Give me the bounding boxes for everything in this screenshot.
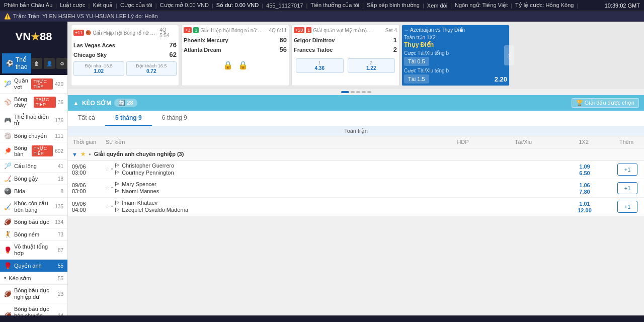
- sidebar-count-khuc-con-cau: 135: [55, 204, 63, 209]
- sidebar-count-bong-ban: 602: [55, 148, 63, 154]
- tab-tatca[interactable]: Tất cả: [68, 111, 105, 126]
- nav-item-xemdoi[interactable]: Xem đôi: [427, 3, 447, 9]
- match-star-1[interactable]: ☆: [105, 185, 110, 191]
- flag-icon-2-2: 🏳: [114, 207, 120, 213]
- sidebar-item-quyen-anh[interactable]: 🥊Quyền anh55: [0, 260, 67, 272]
- live-strip: +11 🏀 Giải Hiệp hội Bóng rổ nữ Quốc gia …: [68, 22, 644, 89]
- sidebar-item-bong-chuyen[interactable]: 🏐Bóng chuyền111: [0, 130, 67, 142]
- tab-6thang9[interactable]: 6 tháng 9: [152, 111, 197, 126]
- nav-dot-4[interactable]: [362, 91, 366, 93]
- x12-cell-0[interactable]: 1.09 6.50: [554, 164, 615, 176]
- sidebar-item-label-quan-vot: Quần vợt: [14, 77, 31, 91]
- sidebar-item-quan-vot[interactable]: 🎾Quần vợtTRỰC TIẾP420: [0, 75, 67, 94]
- league-name-3: Giải quần vợt Mỹ mở rộng, đơn nam: [313, 28, 373, 33]
- team1-score-2: 60: [280, 36, 287, 44]
- nav-dot-1[interactable]: [341, 91, 349, 93]
- sidebar-badge-quan-vot: TRỰC TIẾP: [31, 78, 53, 90]
- az-tai-btn[interactable]: Tài 0.5: [404, 57, 429, 66]
- tab-5thang9[interactable]: 5 tháng 9: [105, 111, 152, 126]
- match-star-0[interactable]: ☆: [105, 166, 110, 173]
- them-button-1[interactable]: +1: [617, 182, 637, 194]
- nav-time: 10:39:02 GMT: [605, 3, 640, 9]
- tabs-bar: Tất cả 5 tháng 9 6 tháng 9: [68, 111, 644, 126]
- them-cell-2: +1: [615, 201, 640, 213]
- home-odd-1[interactable]: Đội nhà -16.5 1.02: [73, 61, 124, 76]
- nav-dot-3[interactable]: [356, 91, 360, 93]
- team1-name-3: Grigor Dimitrov: [294, 37, 335, 43]
- sidebar-item-bong-ban[interactable]: 🏓Bóng bànTRỰC TIẾP602: [0, 142, 67, 160]
- sidebar-item-bida[interactable]: 🎱Bida8: [0, 185, 67, 198]
- user-icon-btn[interactable]: 👤: [44, 58, 55, 69]
- period-3: Set 4: [385, 28, 397, 33]
- live-match-card-2: +3 1 Giải Hiệp hội Bóng rổ nữ Quốc gia M…: [181, 25, 289, 86]
- nav-dot-5[interactable]: [367, 91, 371, 93]
- x12-cell-1[interactable]: 1.06 7.80: [554, 182, 615, 195]
- keo-refresh[interactable]: 🔄 28: [114, 99, 137, 107]
- keo-collapse-icon[interactable]: ▲: [73, 100, 79, 107]
- league-star-icon[interactable]: ★: [80, 151, 86, 157]
- sidebar-item-icon-khuc-con-cau: 🏑: [4, 203, 12, 210]
- sidebar-item-bong-nem[interactable]: 🤾Bóng ném73: [0, 228, 67, 241]
- sidebar-count-keo-som: 55: [58, 276, 63, 281]
- sidebar-item-bong-chay[interactable]: ⚾Bóng chàyTRỰC TIẾP36: [0, 94, 67, 111]
- sidebar-item-icon-bong-gay: 🏒: [4, 175, 12, 182]
- sidebar-item-icon-bong-chay: ⚾: [4, 99, 12, 106]
- away-odd-1[interactable]: Đội khách 16.5 0.72: [126, 61, 177, 76]
- sidebar-item-label-vo-thuat: Võ thuật tổng hợp: [14, 244, 58, 257]
- sidebar-item-bong-gay[interactable]: 🏒Bóng gậy18: [0, 173, 67, 185]
- keo-section-header: ▲ KÈO SỚM 🔄 28 🏆 Giải đấu được chọn: [68, 95, 644, 111]
- nav-item-sapxep[interactable]: Sắp xếp bình thường: [367, 2, 420, 9]
- toantran-label: Toàn trận: [68, 126, 644, 136]
- sidebar-item-keo-som[interactable]: •Kéo sớm55: [0, 272, 67, 285]
- nav-item-luatcuoc[interactable]: Luật cược: [60, 2, 85, 9]
- team2-2: Ezequiel Osvaldo Maderna: [122, 207, 188, 213]
- header-time: Thời gian: [73, 139, 106, 145]
- nav-item-cuoccuatoi[interactable]: Cược của tôi: [120, 2, 152, 9]
- sidebar-badge-bong-chay: TRỰC TIẾP: [34, 97, 56, 108]
- team2-score-1: 62: [170, 51, 177, 58]
- flag-icon-1-2: 🏳: [114, 188, 120, 194]
- nav-item-thuong[interactable]: Tiền thưởng của tôi: [310, 2, 359, 9]
- settings-icon-btn[interactable]: ⚙: [56, 58, 67, 69]
- match-rows: 09/06 03:00 ☆ • 🏳 Christopher Guerrero 🏳…: [68, 160, 644, 216]
- sidebar-item-bong-bau-duc[interactable]: 🏈Bóng bầu dục134: [0, 216, 67, 228]
- team1-2: Imam Khataev: [122, 200, 157, 206]
- az-highlight: Thụy Điển: [404, 41, 507, 48]
- nav-item-ngonngu[interactable]: Ngôn ngữ: Tiếng Việt: [455, 2, 508, 9]
- sports-button[interactable]: ⚽ Thể thao: [2, 53, 31, 73]
- az-next-arrow[interactable]: ›: [504, 45, 514, 65]
- them-button-2[interactable]: +1: [617, 201, 637, 213]
- nav-item-cuocmo[interactable]: Cược mở 0.00 VND: [160, 2, 209, 9]
- giaidau-button[interactable]: 🏆 Giải đấu được chọn: [572, 98, 639, 108]
- sidebar-item-bong-bau-duc-ban[interactable]: 🏈Bóng bầu dục bán chuyên nghiệp14: [0, 303, 67, 315]
- league-toggle-icon[interactable]: ▼: [72, 151, 77, 157]
- trash-icon-btn[interactable]: 🗑: [31, 58, 42, 69]
- match-star-2[interactable]: ☆: [105, 203, 110, 210]
- second-nav: ⚠️ Trận: Trận: YI EN HSIEH VS YU-HSUAN L…: [0, 11, 644, 22]
- sidebar-item-vo-thuat[interactable]: 🥊Võ thuật tổng hợp87: [0, 241, 67, 260]
- period-2: 4Q 6:11: [269, 28, 287, 33]
- nav-item-tyle[interactable]: Tỷ lệ cược: Hồng Kông: [515, 2, 574, 9]
- sidebar-item-label-cau-long: Cầu lông: [14, 163, 37, 170]
- them-button-0[interactable]: +1: [617, 164, 637, 176]
- sidebar-item-khuc-con-cau[interactable]: 🏑Khúc côn cầu trên băng135: [0, 198, 67, 216]
- odd-2-match3[interactable]: 2 1.22: [348, 58, 395, 73]
- alert-icon: ⚠️: [4, 13, 11, 20]
- sidebar-count-quyen-anh: 55: [58, 263, 63, 269]
- match-time-0: 09/06 03:00: [72, 164, 105, 176]
- nav-item-ketqua[interactable]: Kết quả: [93, 2, 113, 9]
- x12-odd2-2: 12.00: [578, 207, 592, 213]
- team2-name-3: Frances Tiafoe: [294, 47, 333, 53]
- sidebar-item-bong-bau-duc-nghiep-du[interactable]: 🏈Bóng bầu dục nghiệp dư23: [0, 285, 67, 303]
- nav-dot-2[interactable]: [351, 91, 355, 93]
- sidebar-item-the-thao-dien-tu[interactable]: 🎮Thể thao điện tử176: [0, 111, 67, 130]
- team1-score-1: 76: [170, 41, 177, 49]
- match-time-2: 09/06 04:00: [72, 201, 105, 213]
- nav-item-phienbanchau[interactable]: Phiên bản Châu Âu: [4, 2, 52, 9]
- live-badge-2: +3: [184, 27, 192, 33]
- table-row: 09/06 04:00 ☆ • 🏳 Imam Khataev 🏳 Ezequie…: [68, 198, 644, 216]
- odd-1-match3[interactable]: 1 4.36: [296, 58, 344, 73]
- x12-cell-2[interactable]: 1.01 12.00: [554, 201, 615, 213]
- az-tai15-btn[interactable]: Tài 1.5: [404, 74, 429, 84]
- sidebar-item-cau-long[interactable]: 🏸Cầu lông41: [0, 160, 67, 173]
